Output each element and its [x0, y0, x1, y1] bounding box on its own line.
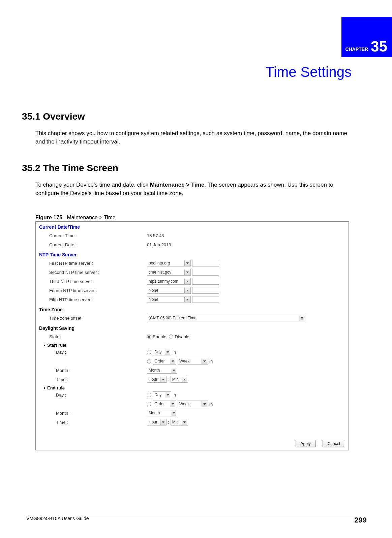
apply-button[interactable]: Apply — [296, 440, 316, 447]
end-day-select[interactable]: Day — [153, 391, 171, 398]
ds-state-label: State : — [39, 334, 147, 339]
chevron-down-icon — [182, 377, 187, 382]
ntp3-label: Third NTP time server : — [39, 279, 147, 284]
ntp1-label: First NTP time server : — [39, 261, 147, 266]
figure-label: Figure 175 — [35, 215, 62, 220]
ds-enable-label: Enable — [153, 334, 166, 339]
chevron-down-icon — [184, 297, 190, 302]
ntp1-select[interactable]: pool.ntp.org — [147, 260, 191, 266]
current-time-value: 18:57:43 — [147, 233, 345, 238]
chevron-down-icon — [299, 315, 304, 321]
footer-page-number: 299 — [354, 516, 367, 525]
colon-text: : — [168, 420, 169, 425]
start-order-select[interactable]: Order — [153, 358, 176, 365]
chevron-down-icon — [171, 410, 176, 416]
tz-offset-label: Time zone offset: — [39, 316, 147, 321]
ntp3-select[interactable]: ntp1.tummy.com — [147, 278, 191, 285]
start-min-select[interactable]: Min — [171, 376, 188, 383]
ntp2-input[interactable] — [192, 269, 219, 276]
chevron-down-icon — [184, 288, 190, 293]
end-day-radio2[interactable] — [147, 402, 151, 406]
in-text: in — [209, 402, 213, 407]
current-date-label: Current Date : — [39, 242, 147, 247]
tz-heading: Time Zone — [39, 307, 345, 312]
section-overview-text: This chapter shows you how to configure … — [35, 129, 351, 146]
chevron-down-icon — [171, 368, 176, 373]
section-overview-heading: 35.1 Overview — [22, 111, 351, 122]
start-time-label: Time : — [39, 377, 147, 382]
cancel-button[interactable]: Cancel — [323, 440, 345, 447]
ds-enable-radio[interactable] — [147, 335, 151, 339]
start-rule-heading: Start rule — [39, 343, 345, 348]
ntp5-select[interactable]: None — [147, 296, 191, 303]
chevron-down-icon — [202, 358, 207, 364]
end-min-select[interactable]: Min — [171, 419, 188, 425]
chevron-down-icon — [160, 377, 165, 382]
end-week-select[interactable]: Week — [178, 401, 208, 407]
ntp1-input[interactable] — [192, 260, 219, 266]
ntp-heading: NTP Time Server — [39, 252, 345, 257]
chevron-down-icon — [170, 401, 175, 407]
in-text: in — [209, 359, 213, 364]
ntp4-label: Fourth NTP time server : — [39, 288, 147, 293]
start-hour-select[interactable]: Hour — [147, 376, 167, 383]
chapter-title: Time Settings — [266, 64, 352, 80]
cdt-heading: Current Date/Time — [39, 224, 345, 230]
section-timescreen-heading: 35.2 The Time Screen — [22, 163, 351, 173]
chevron-down-icon — [202, 401, 207, 407]
bullet-icon — [44, 345, 45, 346]
in-text: in — [173, 392, 176, 398]
ntp2-select[interactable]: time.nist.gov — [147, 269, 191, 276]
figure-title: Maintenance > Time — [67, 215, 116, 220]
bullet-icon — [44, 387, 45, 389]
end-month-label: Month : — [39, 411, 147, 416]
colon-text: : — [168, 377, 169, 382]
start-week-select[interactable]: Week — [178, 358, 208, 365]
ntp2-label: Second NTP time server : — [39, 270, 147, 275]
ts-text1: To change your Device's time and date, c… — [35, 182, 150, 188]
chevron-down-icon — [165, 349, 170, 355]
section-timescreen-text: To change your Device's time and date, c… — [35, 181, 351, 197]
ntp4-select[interactable]: None — [147, 287, 191, 294]
ntp5-input[interactable] — [192, 296, 219, 303]
footer-guide: VMG8924-B10A User's Guide — [26, 516, 89, 525]
chevron-down-icon — [184, 260, 190, 266]
start-month-select[interactable]: Month — [147, 367, 177, 374]
figure-caption: Figure 175 Maintenance > Time — [35, 215, 351, 221]
current-time-label: Current Time : — [39, 233, 147, 238]
start-day-select[interactable]: Day — [153, 349, 171, 355]
ds-heading: Daylight Saving — [39, 325, 345, 331]
chapter-number: 35 — [371, 39, 387, 54]
ntp5-label: Fifth NTP time server : — [39, 297, 147, 302]
start-day-radio2[interactable] — [147, 359, 151, 363]
end-hour-select[interactable]: Hour — [147, 419, 167, 425]
chevron-down-icon — [184, 279, 190, 284]
chevron-down-icon — [160, 419, 165, 425]
screenshot-panel: Current Date/Time Current Time : 18:57:4… — [35, 221, 349, 450]
chevron-down-icon — [182, 419, 187, 425]
end-time-label: Time : — [39, 420, 147, 425]
ntp3-input[interactable] — [192, 278, 219, 285]
tz-offset-select[interactable]: (GMT-05:00) Eastern Time — [147, 315, 305, 321]
end-month-select[interactable]: Month — [147, 410, 177, 416]
end-order-select[interactable]: Order — [153, 401, 176, 407]
ntp4-input[interactable] — [192, 287, 219, 294]
start-month-label: Month : — [39, 368, 147, 373]
current-date-value: 01 Jan 2013 — [147, 242, 345, 247]
page-footer: VMG8924-B10A User's Guide 299 — [26, 515, 367, 525]
chevron-down-icon — [184, 270, 190, 275]
end-day-radio1[interactable] — [147, 393, 151, 397]
in-text: in — [173, 350, 176, 355]
ts-text-bold: Maintenance > Time — [150, 182, 205, 188]
ds-disable-radio[interactable] — [169, 335, 173, 339]
end-day-label: Day : — [39, 392, 147, 398]
chevron-down-icon — [165, 392, 170, 398]
chapter-number-box: CHAPTER 35 — [341, 17, 392, 57]
chapter-label: CHAPTER — [345, 46, 368, 54]
ds-disable-label: Disable — [175, 334, 189, 339]
start-day-label: Day : — [39, 350, 147, 355]
start-day-radio1[interactable] — [147, 350, 151, 354]
chevron-down-icon — [170, 358, 175, 364]
end-rule-heading: End rule — [39, 385, 345, 390]
page-content: 35.1 Overview This chapter shows you how… — [35, 101, 351, 450]
